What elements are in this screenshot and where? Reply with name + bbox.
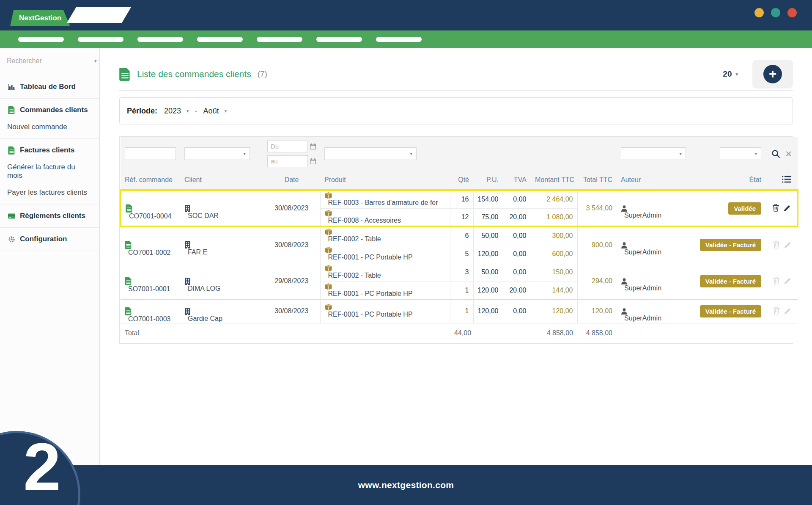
nav-item-placeholder[interactable]	[197, 37, 243, 42]
filter-row: ▾	[121, 137, 798, 171]
bar-chart-icon	[7, 84, 16, 90]
window-dot-2[interactable]	[771, 8, 780, 17]
client-cell: DIMA LOG	[180, 263, 263, 299]
step-number: 2	[23, 428, 61, 505]
order-ref[interactable]: CO7001-0002	[121, 226, 180, 263]
footer-url[interactable]: www.nextgestion.com	[358, 480, 454, 490]
order-ref-text: SO7001-0001	[128, 285, 170, 293]
state-filter-select[interactable]: ▾	[720, 147, 761, 160]
sidebar-item-nouvel-commande[interactable]: Nouvel commande	[0, 119, 99, 135]
sidebar-item-reglements-clients[interactable]: Règlements clients	[0, 207, 99, 224]
column-header-ref-commande[interactable]: Réf. commande	[121, 171, 180, 190]
order-group: CO7001-0003Gardie Cap30/08/2023REF-0001 …	[121, 299, 798, 323]
sidebar: ▾ Tableau de BordCommandes clientsNouvel…	[0, 48, 100, 465]
person-icon	[621, 205, 686, 212]
nav-item-placeholder[interactable]	[316, 37, 362, 42]
add-order-button[interactable]: +	[763, 65, 782, 83]
status-badge: Validée - Facturé	[700, 305, 761, 317]
column-header-p-u[interactable]: P.U.	[473, 171, 503, 190]
orders-count: (7)	[258, 69, 267, 79]
nav-item-placeholder[interactable]	[137, 37, 183, 42]
actions-cell	[765, 226, 798, 263]
calendar-icon[interactable]	[310, 143, 316, 149]
delete-button[interactable]	[771, 306, 782, 317]
client-name: Gardie Cap	[188, 315, 222, 322]
date-to-input[interactable]	[267, 155, 308, 167]
nav-item-placeholder[interactable]	[257, 37, 302, 42]
total-ttc: 294,00	[577, 263, 617, 299]
brand-tab[interactable]: NextGestion	[10, 10, 70, 26]
qty-value: 5	[450, 245, 473, 263]
sidebar-search-section: ▾	[0, 48, 99, 75]
column-header-date[interactable]: Date	[263, 171, 320, 190]
sidebar-item-factures-clients[interactable]: Factures clients	[0, 142, 99, 159]
search-input[interactable]	[7, 57, 94, 65]
column-header-qte[interactable]: Qté	[450, 171, 473, 190]
ref-filter-input[interactable]	[125, 147, 176, 160]
date-from-input[interactable]	[267, 141, 308, 152]
edit-button[interactable]	[782, 277, 793, 287]
page-size-select[interactable]: 20 ▾	[723, 69, 738, 79]
qty-value: 6	[450, 226, 473, 245]
chevron-down-icon: ▾	[679, 152, 682, 156]
product-cell: REF-0002 - Table	[320, 263, 450, 281]
calendar-icon[interactable]	[310, 158, 316, 164]
qty-value: 1	[450, 281, 473, 299]
product-filter-select[interactable]: ▾	[324, 147, 417, 160]
edit-button[interactable]	[782, 204, 793, 214]
tva-value: 20,00	[503, 208, 531, 226]
order-ref[interactable]: CO7001-0003	[121, 299, 180, 323]
sidebar-item-configuration[interactable]: Configuration	[0, 231, 99, 248]
actions-cell	[765, 299, 798, 323]
order-ref[interactable]: CO7001-0004	[121, 190, 180, 226]
order-date: 30/08/2023	[263, 299, 320, 323]
sidebar-item-tableau-de-bord[interactable]: Tableau de Bord	[0, 78, 99, 95]
chevron-down-icon: ▾	[410, 152, 413, 156]
delete-button[interactable]	[771, 240, 782, 251]
period-year-select[interactable]: 2023 ▾	[162, 107, 192, 116]
nav-item-placeholder[interactable]	[78, 37, 123, 42]
author-cell: SuperAdmin	[617, 190, 690, 226]
window-dot-3[interactable]	[787, 8, 797, 17]
total-ttc: 120,00	[577, 299, 617, 323]
unit-price: 120,00	[473, 299, 503, 323]
client-cell: SOC DAR	[180, 190, 263, 226]
nav-item-placeholder[interactable]	[376, 37, 422, 42]
column-header-tva[interactable]: TVA	[503, 171, 531, 190]
edit-button[interactable]	[782, 307, 793, 317]
orders-table: ▾	[120, 137, 798, 343]
column-header-client[interactable]: Client	[180, 171, 263, 190]
nav-item-placeholder[interactable]	[18, 37, 64, 42]
sidebar-search[interactable]: ▾	[7, 57, 93, 68]
column-header-auteur[interactable]: Auteur	[617, 171, 690, 190]
delete-button[interactable]	[770, 203, 782, 214]
edit-button[interactable]	[782, 241, 793, 251]
sidebar-item-label: Commandes clients	[20, 106, 88, 114]
search-icon[interactable]	[771, 149, 780, 158]
sidebar-item-label: Factures clients	[20, 146, 74, 155]
clear-filters-icon[interactable]: ×	[785, 148, 792, 159]
column-header-etat[interactable]: État	[690, 171, 765, 190]
column-header-montant-ttc[interactable]: Montant TTC	[531, 171, 577, 190]
author-filter-select[interactable]: ▾	[621, 147, 686, 160]
window-dot-1[interactable]	[754, 8, 764, 17]
amount-ttc: 300,00	[531, 226, 577, 245]
column-header-produit[interactable]: Produit	[320, 171, 450, 190]
tva-value: 0,00	[503, 226, 531, 245]
sidebar-item-commandes-clients[interactable]: Commandes clients	[0, 102, 99, 119]
delete-button[interactable]	[771, 276, 782, 287]
brand-name: NextGestion	[19, 14, 61, 22]
sidebar-item-payer-les-factures-clients[interactable]: Payer les factures clients	[0, 184, 99, 201]
sidebar-item-generer-la-facture-du-mois[interactable]: Générer la facture du mois	[0, 159, 99, 184]
gear-icon	[7, 236, 16, 243]
total-label: Total	[121, 323, 450, 343]
order-ref[interactable]: SO7001-0001	[121, 263, 180, 299]
unit-price: 120,00	[473, 281, 503, 299]
period-month-select[interactable]: Août ▾	[201, 107, 230, 116]
sidebar-item-label: Payer les factures clients	[7, 188, 87, 197]
sidebar-item-label: Générer la facture du mois	[7, 163, 92, 180]
list-view-icon[interactable]	[765, 171, 798, 190]
client-filter-select[interactable]: ▾	[184, 147, 250, 160]
blank-tab[interactable]	[67, 7, 131, 23]
column-header-total-ttc[interactable]: Total TTC	[577, 171, 617, 190]
